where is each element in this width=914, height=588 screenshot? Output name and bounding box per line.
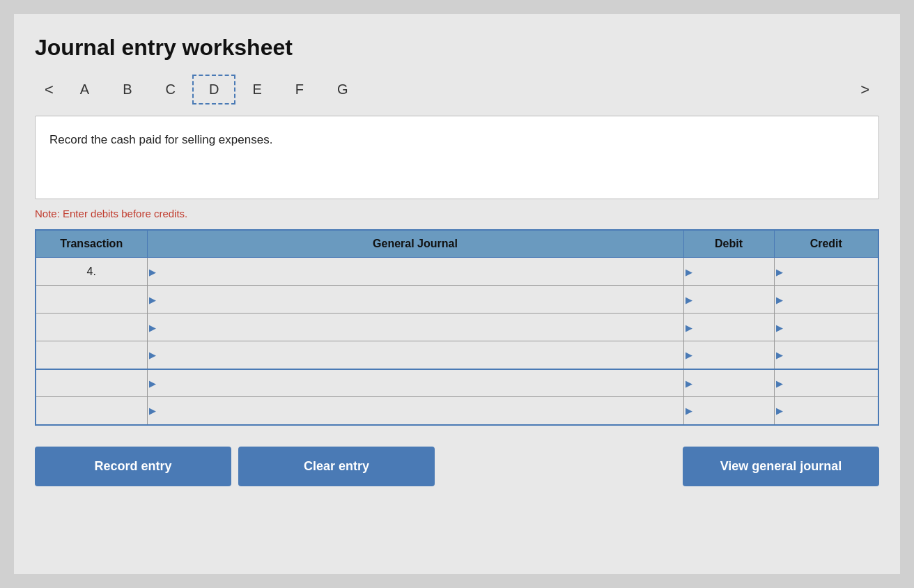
journal-input[interactable]	[148, 286, 683, 313]
worksheet-container: Journal entry worksheet < A B C D E F G …	[14, 14, 900, 574]
tab-c[interactable]: C	[149, 75, 192, 105]
credit-input[interactable]	[775, 286, 878, 313]
debit-input[interactable]	[684, 341, 774, 369]
transaction-cell	[36, 369, 147, 397]
journal-input[interactable]	[148, 370, 683, 397]
table-row: ▶▶▶	[36, 341, 878, 369]
credit-input[interactable]	[775, 258, 878, 285]
journal-cell[interactable]: ▶	[147, 258, 683, 286]
debit-cell[interactable]: ▶	[683, 314, 774, 341]
transaction-number: 4.	[82, 265, 102, 277]
journal-cell[interactable]: ▶	[147, 341, 683, 369]
tab-g[interactable]: G	[320, 75, 365, 105]
credit-input[interactable]	[775, 370, 878, 397]
credit-cell[interactable]: ▶	[774, 369, 878, 397]
header-transaction: Transaction	[36, 230, 147, 258]
debit-input[interactable]	[684, 370, 774, 397]
journal-table: Transaction General Journal Debit Credit…	[35, 229, 879, 426]
credit-input[interactable]	[775, 397, 878, 424]
journal-input[interactable]	[148, 397, 683, 424]
record-entry-button[interactable]: Record entry	[35, 447, 231, 486]
header-journal: General Journal	[147, 230, 683, 258]
journal-cell[interactable]: ▶	[147, 286, 683, 314]
debit-cell[interactable]: ▶	[683, 369, 774, 397]
clear-entry-button[interactable]: Clear entry	[238, 447, 435, 486]
header-credit: Credit	[774, 230, 878, 258]
prev-arrow[interactable]: <	[35, 75, 63, 105]
tab-b[interactable]: B	[106, 75, 148, 105]
note-text: Note: Enter debits before credits.	[35, 208, 879, 219]
journal-cell[interactable]: ▶	[147, 369, 683, 397]
debit-input[interactable]	[684, 314, 774, 341]
journal-input[interactable]	[148, 314, 683, 341]
journal-input[interactable]	[148, 341, 683, 369]
view-general-journal-button[interactable]: View general journal	[683, 447, 879, 486]
credit-cell[interactable]: ▶	[774, 258, 878, 286]
transaction-cell	[36, 341, 147, 369]
transaction-cell: 4.	[36, 258, 147, 286]
credit-input[interactable]	[775, 314, 878, 341]
credit-cell[interactable]: ▶	[774, 341, 878, 369]
transaction-cell	[36, 314, 147, 341]
tab-f[interactable]: F	[279, 75, 320, 105]
debit-input[interactable]	[684, 286, 774, 313]
table-row: ▶▶▶	[36, 314, 878, 341]
debit-input[interactable]	[684, 258, 774, 285]
table-row: 4.▶▶▶	[36, 258, 878, 286]
credit-input[interactable]	[775, 341, 878, 369]
table-row: ▶▶▶	[36, 369, 878, 397]
credit-cell[interactable]: ▶	[774, 286, 878, 314]
debit-cell[interactable]: ▶	[683, 397, 774, 425]
instruction-box: Record the cash paid for selling expense…	[35, 116, 879, 199]
buttons-row: Record entry Clear entry View general jo…	[35, 447, 879, 486]
page-title: Journal entry worksheet	[35, 35, 879, 61]
tab-d[interactable]: D	[192, 75, 235, 105]
table-header-row: Transaction General Journal Debit Credit	[36, 230, 878, 258]
table-body: 4.▶▶▶▶▶▶▶▶▶▶▶▶▶▶▶▶▶▶	[36, 258, 878, 425]
instruction-text: Record the cash paid for selling expense…	[49, 133, 865, 147]
tab-a[interactable]: A	[63, 75, 106, 105]
journal-input[interactable]	[148, 258, 683, 285]
transaction-cell	[36, 397, 147, 425]
debit-cell[interactable]: ▶	[683, 286, 774, 314]
credit-cell[interactable]: ▶	[774, 397, 878, 425]
table-row: ▶▶▶	[36, 397, 878, 425]
credit-cell[interactable]: ▶	[774, 314, 878, 341]
debit-cell[interactable]: ▶	[683, 341, 774, 369]
table-row: ▶▶▶	[36, 286, 878, 314]
journal-cell[interactable]: ▶	[147, 314, 683, 341]
journal-cell[interactable]: ▶	[147, 397, 683, 425]
tab-e[interactable]: E	[235, 75, 278, 105]
header-debit: Debit	[683, 230, 774, 258]
debit-cell[interactable]: ▶	[683, 258, 774, 286]
debit-input[interactable]	[684, 397, 774, 424]
next-arrow[interactable]: >	[851, 75, 879, 105]
tab-navigation: < A B C D E F G >	[35, 75, 879, 105]
transaction-cell	[36, 286, 147, 314]
